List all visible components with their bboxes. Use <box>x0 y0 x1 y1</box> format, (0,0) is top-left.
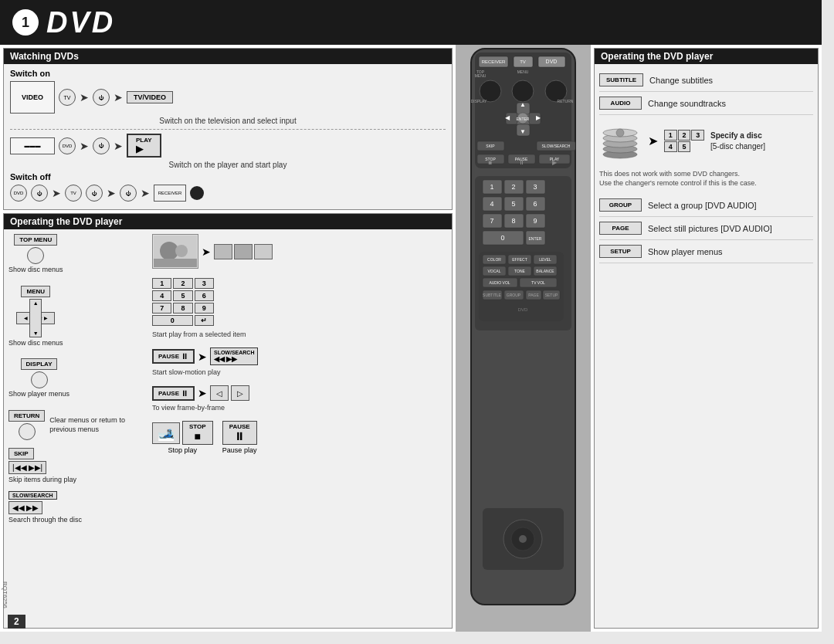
disc-1[interactable]: 1 <box>664 130 677 141</box>
skip-btn[interactable]: |◀◀ ▶▶| <box>8 461 46 474</box>
scene-1 <box>214 244 232 259</box>
num-0[interactable]: 0 <box>152 315 193 326</box>
func-page: PAGE Select still pictures [DVD AUDIO] <box>599 217 813 240</box>
tv-off-btn[interactable]: TV <box>65 185 82 202</box>
display-group: DISPLAY Show player menus <box>8 358 70 399</box>
svg-text:RETURN: RETURN <box>558 99 574 103</box>
svg-text:DISPLAY: DISPLAY <box>471 99 487 103</box>
setup-btn[interactable]: SETUP <box>599 245 642 258</box>
num-2[interactable]: 2 <box>173 278 192 289</box>
watching-dvds-header: Watching DVDs <box>4 49 452 64</box>
svg-point-2 <box>175 245 188 257</box>
tv-power-off-btn[interactable]: ⏻ <box>86 185 103 202</box>
num-4[interactable]: 4 <box>152 290 171 301</box>
svg-text:SKIP: SKIP <box>486 144 495 148</box>
ops-skip: SKIP |◀◀ ▶▶| Skip items during play <box>8 448 147 485</box>
svg-text:DVD: DVD <box>546 59 558 64</box>
disc-3[interactable]: 3 <box>691 130 704 141</box>
svg-text:9: 9 <box>533 217 537 225</box>
svg-text:MENU: MENU <box>517 69 529 74</box>
func-group: GROUP Select a group [DVD AUDIO] <box>599 194 813 217</box>
tv-power-btn[interactable]: TV <box>59 89 76 106</box>
pause-icon: ⏸ <box>181 352 188 361</box>
power-off-3[interactable]: ⏻ <box>120 185 137 202</box>
svg-text:MENU: MENU <box>475 73 486 78</box>
dvd-off-btn[interactable]: DVD <box>10 185 27 202</box>
num-enter[interactable]: ↵ <box>195 315 214 326</box>
dvd-instruction-row: ▬▬▬ DVD ➤ ⏻ ➤ PLAY ▶ <box>10 134 446 158</box>
group-btn[interactable]: GROUP <box>599 198 642 212</box>
return-desc: Clear menus or return to previous menus <box>49 416 147 434</box>
slow-search-right[interactable]: SLOW/SEARCH ◀◀ ▶▶ <box>210 347 259 365</box>
stop-btn[interactable]: STOP ■ <box>182 421 213 445</box>
return-btn[interactable]: RETURN <box>8 410 45 422</box>
svg-text:5: 5 <box>511 200 515 208</box>
slow-search-label: SLOW/SEARCH <box>8 491 57 500</box>
return-circle[interactable] <box>19 423 36 440</box>
ops-slow-search: SLOW/SEARCH ◀◀ ▶▶ Search through the dis… <box>8 491 147 525</box>
disc-changer-area: ➤ 1 2 3 4 5 Specify a di <box>599 115 813 167</box>
remote-column: RECEIVER TV DVD ENTER ◀ <box>456 45 591 632</box>
svg-text:◀: ◀ <box>505 114 510 121</box>
page-btn[interactable]: PAGE <box>599 222 642 235</box>
num-6[interactable]: 6 <box>195 290 214 301</box>
subtitle-btn[interactable]: SUBTITLE <box>599 73 643 86</box>
svg-text:GROUP: GROUP <box>507 293 521 297</box>
topmenu-circle[interactable] <box>27 247 44 264</box>
page-title: DVD <box>46 6 115 39</box>
disc-5[interactable]: 5 <box>678 141 691 152</box>
page-number: 2 <box>8 615 25 629</box>
display-btn[interactable]: DISPLAY <box>21 358 58 370</box>
audio-btn[interactable]: AUDIO <box>599 97 642 110</box>
disc-4[interactable]: 4 <box>664 141 677 152</box>
right-panels: Operating the DVD player SUBTITLE Change… <box>591 45 822 632</box>
power-off-btn[interactable]: ⏻ <box>31 185 48 202</box>
frame-fwd[interactable]: ▷ <box>231 385 249 401</box>
enter-v-bar: ▲ ▼ <box>29 299 42 337</box>
receiver-power-icon <box>190 186 204 200</box>
stop-label: Stop play <box>168 446 198 454</box>
disc-2[interactable]: 2 <box>678 130 691 141</box>
svg-text:LEVEL: LEVEL <box>539 257 551 262</box>
num-5[interactable]: 5 <box>173 290 192 301</box>
num-7[interactable]: 7 <box>152 303 171 314</box>
tv-icon: VIDEO <box>10 81 55 114</box>
tv-instruction-row: VIDEO TV ➤ ⏻ ➤ TV/VIDEO <box>10 81 446 114</box>
dvd-power-btn[interactable]: ⏻ <box>93 137 110 154</box>
svg-point-102 <box>616 129 624 137</box>
slow-motion-desc: Start slow-motion play <box>152 368 447 376</box>
arrow-icon: ➤ <box>80 91 89 103</box>
slow-search-btn[interactable]: ◀◀ ▶▶ <box>8 501 42 514</box>
switch-on-label: Switch on <box>10 69 446 78</box>
power-btn[interactable]: ⏻ <box>93 89 110 106</box>
frame-back[interactable]: ◁ <box>210 385 229 401</box>
play-label: PLAY <box>136 137 152 144</box>
pause-btn-slow[interactable]: PAUSE ⏸ <box>152 349 195 364</box>
svg-text:7: 7 <box>490 217 493 225</box>
svg-point-13 <box>512 80 534 102</box>
disc-changer-label: Specify a disc [5-disc changer] <box>710 130 765 152</box>
dot-divider <box>10 129 446 130</box>
pause-btn-main[interactable]: PAUSE ⏸ <box>222 421 257 445</box>
num-8[interactable]: 8 <box>173 303 192 314</box>
svg-text:TONE: TONE <box>514 269 525 273</box>
some-icon: 🎿 <box>152 422 180 444</box>
num-1[interactable]: 1 <box>152 278 171 289</box>
menu-btn[interactable]: MENU <box>21 286 50 297</box>
watching-dvds-body: Switch on VIDEO TV ➤ ⏻ ➤ TV/VIDEO <box>4 64 452 209</box>
play-icon: ▶ <box>136 144 152 154</box>
pause-btn-frame[interactable]: PAUSE ⏸ <box>152 386 195 401</box>
topmenu-btn[interactable]: TOP MENU <box>14 234 57 246</box>
num-3[interactable]: 3 <box>195 278 214 289</box>
svg-text:1: 1 <box>490 183 493 191</box>
dvd-btn[interactable]: DVD <box>59 137 76 154</box>
display-circle[interactable] <box>31 371 48 388</box>
receiver-btn[interactable]: RECEIVER <box>154 185 186 202</box>
func-audio: AUDIO Change soundtracks <box>599 92 813 115</box>
tvsource-btn[interactable]: TV/VIDEO <box>127 91 173 103</box>
svg-text:AUDIO VOL: AUDIO VOL <box>489 280 510 285</box>
dvd-player-icon: ▬▬▬ <box>10 137 55 154</box>
play-btn[interactable]: PLAY ▶ <box>127 134 161 158</box>
return-group: RETURN <box>8 410 45 440</box>
num-9[interactable]: 9 <box>195 303 214 314</box>
